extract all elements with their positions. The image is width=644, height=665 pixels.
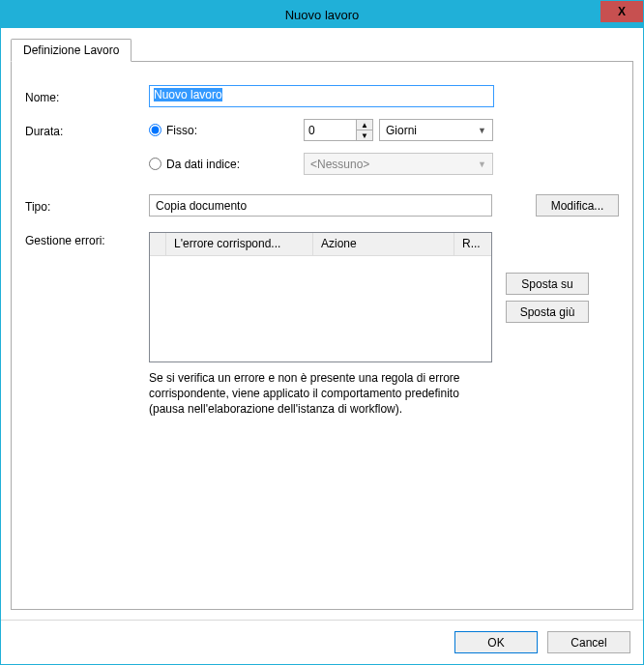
row-type: Tipo: Copia documento Modifica... <box>25 194 619 217</box>
move-buttons: Sposta su Sposta giù <box>506 273 589 323</box>
col-selector[interactable] <box>150 233 166 255</box>
chevron-down-icon: ▼ <box>478 126 486 135</box>
col-r[interactable]: R... <box>454 233 491 255</box>
spinner-up[interactable]: ▲ <box>356 119 373 130</box>
row-duration-index: Da dati indice: <Nessuno> ▼ <box>25 153 619 175</box>
duration-value-spinner[interactable]: ▲ ▼ <box>304 119 373 141</box>
radio-fixed-label: Fisso: <box>166 124 197 137</box>
tab-panel: Nome: Nuovo lavoro Durata: Fisso: ▲ ▼ <box>11 61 633 610</box>
row-error-handling: Gestione errori: L'errore corrispond... … <box>25 232 619 418</box>
grid-header: L'errore corrispond... Azione R... <box>150 233 491 256</box>
radio-from-index-input[interactable] <box>149 158 161 170</box>
spinner-down[interactable]: ▼ <box>356 130 373 141</box>
dialog-footer: OK Cancel <box>1 620 643 664</box>
duration-unit-value: Giorni <box>386 124 417 137</box>
spinner-buttons: ▲ ▼ <box>356 119 373 141</box>
col-match[interactable]: L'errore corrispond... <box>166 233 313 255</box>
duration-value-input[interactable] <box>304 119 356 141</box>
chevron-down-icon: ▼ <box>478 159 486 169</box>
radio-from-index[interactable]: Da dati indice: <box>149 158 304 171</box>
label-duration: Durata: <box>25 123 149 138</box>
client-area: Definizione Lavoro Nome: Nuovo lavoro Du… <box>1 28 643 620</box>
index-data-select: <Nessuno> ▼ <box>304 153 493 175</box>
name-input[interactable]: Nuovo lavoro <box>149 85 494 107</box>
modify-button[interactable]: Modifica... <box>536 194 619 217</box>
tabstrip: Definizione Lavoro <box>11 39 633 62</box>
dialog-window: Nuovo lavoro X Definizione Lavoro Nome: … <box>0 0 644 665</box>
label-type: Tipo: <box>25 198 149 214</box>
error-help-text: Se si verifica un errore e non è present… <box>149 370 492 418</box>
error-rules-grid[interactable]: L'errore corrispond... Azione R... <box>149 232 492 362</box>
tab-label: Definizione Lavoro <box>23 43 119 57</box>
radio-from-index-label: Da dati indice: <box>166 158 240 171</box>
window-title: Nuovo lavoro <box>285 8 360 22</box>
label-error-handling: Gestione errori: <box>25 232 149 247</box>
titlebar: Nuovo lavoro X <box>1 1 643 28</box>
tab-definizione-lavoro[interactable]: Definizione Lavoro <box>11 39 132 62</box>
radio-fixed-input[interactable] <box>149 124 161 136</box>
cancel-button[interactable]: Cancel <box>547 631 630 653</box>
close-button[interactable]: X <box>600 1 643 22</box>
move-down-button[interactable]: Sposta giù <box>506 301 589 323</box>
type-value: Copia documento <box>156 199 247 213</box>
type-input[interactable]: Copia documento <box>149 194 492 217</box>
close-icon: X <box>618 5 626 18</box>
duration-unit-select[interactable]: Giorni ▼ <box>379 119 493 141</box>
radio-fixed[interactable]: Fisso: <box>149 124 304 137</box>
row-duration-fixed: Durata: Fisso: ▲ ▼ Giorni ▼ <box>25 119 619 141</box>
index-data-value: <Nessuno> <box>310 158 369 171</box>
row-name: Nome: Nuovo lavoro <box>25 85 619 107</box>
modify-button-label: Modifica... <box>551 199 604 213</box>
ok-button[interactable]: OK <box>454 631 538 653</box>
label-name: Nome: <box>25 89 149 104</box>
error-block: L'errore corrispond... Azione R... Se si… <box>149 232 492 418</box>
name-input-value: Nuovo lavoro <box>154 88 222 101</box>
move-up-button[interactable]: Sposta su <box>506 273 589 295</box>
col-action[interactable]: Azione <box>313 233 454 255</box>
